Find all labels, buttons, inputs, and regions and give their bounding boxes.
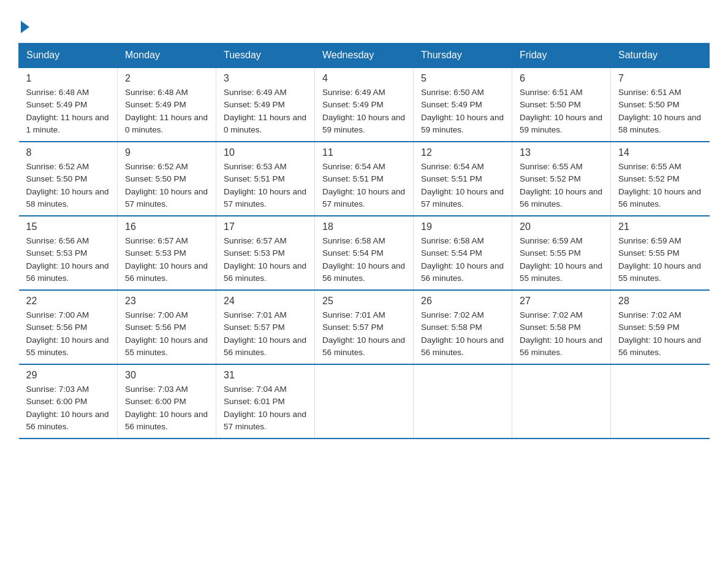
- day-number: 29: [26, 370, 110, 381]
- day-info: Sunrise: 6:51 AMSunset: 5:50 PMDaylight:…: [618, 88, 701, 134]
- header-wednesday: Wednesday: [315, 44, 414, 68]
- calendar-cell: 26Sunrise: 7:02 AMSunset: 5:58 PMDayligh…: [414, 290, 512, 364]
- day-info: Sunrise: 7:02 AMSunset: 5:58 PMDaylight:…: [421, 310, 504, 357]
- day-number: 4: [322, 73, 406, 84]
- day-number: 9: [125, 147, 208, 158]
- day-number: 5: [421, 73, 504, 84]
- day-info: Sunrise: 6:48 AMSunset: 5:49 PMDaylight:…: [125, 88, 208, 134]
- day-number: 22: [26, 296, 110, 307]
- day-number: 21: [618, 221, 702, 232]
- calendar-cell: 11Sunrise: 6:54 AMSunset: 5:51 PMDayligh…: [315, 142, 414, 216]
- calendar-week-3: 15Sunrise: 6:56 AMSunset: 5:53 PMDayligh…: [19, 216, 710, 290]
- calendar-cell: 31Sunrise: 7:04 AMSunset: 6:01 PMDayligh…: [216, 364, 315, 439]
- day-info: Sunrise: 7:00 AMSunset: 5:56 PMDaylight:…: [125, 310, 208, 357]
- header-sunday: Sunday: [19, 44, 118, 68]
- day-number: 28: [618, 296, 702, 307]
- day-number: 30: [125, 370, 208, 381]
- day-number: 13: [520, 147, 603, 158]
- header-friday: Friday: [512, 44, 611, 68]
- calendar-cell: 1Sunrise: 6:48 AMSunset: 5:49 PMDaylight…: [19, 67, 118, 142]
- day-info: Sunrise: 7:00 AMSunset: 5:56 PMDaylight:…: [26, 310, 109, 357]
- day-number: 25: [322, 296, 406, 307]
- calendar-cell: 27Sunrise: 7:02 AMSunset: 5:58 PMDayligh…: [512, 290, 611, 364]
- calendar-week-4: 22Sunrise: 7:00 AMSunset: 5:56 PMDayligh…: [19, 290, 710, 364]
- day-number: 18: [322, 221, 406, 232]
- calendar-cell: 22Sunrise: 7:00 AMSunset: 5:56 PMDayligh…: [19, 290, 118, 364]
- calendar-cell: 19Sunrise: 6:58 AMSunset: 5:54 PMDayligh…: [414, 216, 512, 290]
- day-number: 17: [224, 221, 307, 232]
- day-info: Sunrise: 6:48 AMSunset: 5:49 PMDaylight:…: [26, 88, 109, 134]
- day-number: 6: [520, 73, 603, 84]
- header-thursday: Thursday: [414, 44, 512, 68]
- page-header: [18, 18, 710, 31]
- calendar-header-row: SundayMondayTuesdayWednesdayThursdayFrid…: [19, 44, 710, 68]
- day-info: Sunrise: 7:03 AMSunset: 6:00 PMDaylight:…: [26, 385, 109, 431]
- calendar-cell: 8Sunrise: 6:52 AMSunset: 5:50 PMDaylight…: [19, 142, 118, 216]
- calendar-week-2: 8Sunrise: 6:52 AMSunset: 5:50 PMDaylight…: [19, 142, 710, 216]
- calendar-cell: 13Sunrise: 6:55 AMSunset: 5:52 PMDayligh…: [512, 142, 611, 216]
- calendar-cell: 30Sunrise: 7:03 AMSunset: 6:00 PMDayligh…: [118, 364, 216, 439]
- day-number: 1: [26, 73, 110, 84]
- calendar-cell: 5Sunrise: 6:50 AMSunset: 5:49 PMDaylight…: [414, 67, 512, 142]
- calendar-cell: 6Sunrise: 6:51 AMSunset: 5:50 PMDaylight…: [512, 67, 611, 142]
- day-number: 24: [224, 296, 307, 307]
- day-number: 14: [618, 147, 702, 158]
- day-info: Sunrise: 6:58 AMSunset: 5:54 PMDaylight:…: [322, 236, 405, 283]
- day-number: 15: [26, 221, 110, 232]
- day-number: 10: [224, 147, 307, 158]
- day-info: Sunrise: 7:04 AMSunset: 6:01 PMDaylight:…: [224, 385, 306, 431]
- calendar-cell: 28Sunrise: 7:02 AMSunset: 5:59 PMDayligh…: [611, 290, 710, 364]
- day-number: 20: [520, 221, 603, 232]
- header-tuesday: Tuesday: [216, 44, 315, 68]
- day-number: 7: [618, 73, 702, 84]
- calendar-cell: 16Sunrise: 6:57 AMSunset: 5:53 PMDayligh…: [118, 216, 216, 290]
- calendar-cell: 7Sunrise: 6:51 AMSunset: 5:50 PMDaylight…: [611, 67, 710, 142]
- calendar-cell: 20Sunrise: 6:59 AMSunset: 5:55 PMDayligh…: [512, 216, 611, 290]
- calendar-week-5: 29Sunrise: 7:03 AMSunset: 6:00 PMDayligh…: [19, 364, 710, 439]
- day-info: Sunrise: 6:53 AMSunset: 5:51 PMDaylight:…: [224, 162, 306, 209]
- day-number: 23: [125, 296, 208, 307]
- calendar-cell: 21Sunrise: 6:59 AMSunset: 5:55 PMDayligh…: [611, 216, 710, 290]
- day-number: 19: [421, 221, 504, 232]
- day-info: Sunrise: 6:56 AMSunset: 5:53 PMDaylight:…: [26, 236, 109, 283]
- day-number: 27: [520, 296, 603, 307]
- day-number: 8: [26, 147, 110, 158]
- logo-arrow-icon: [21, 21, 29, 33]
- day-number: 2: [125, 73, 208, 84]
- day-number: 26: [421, 296, 504, 307]
- day-info: Sunrise: 7:02 AMSunset: 5:59 PMDaylight:…: [618, 310, 701, 357]
- day-info: Sunrise: 6:55 AMSunset: 5:52 PMDaylight:…: [520, 162, 602, 209]
- day-info: Sunrise: 6:57 AMSunset: 5:53 PMDaylight:…: [125, 236, 208, 283]
- calendar-cell: [414, 364, 512, 439]
- day-info: Sunrise: 7:01 AMSunset: 5:57 PMDaylight:…: [322, 310, 405, 357]
- calendar-cell: [315, 364, 414, 439]
- day-info: Sunrise: 6:51 AMSunset: 5:50 PMDaylight:…: [520, 88, 602, 134]
- calendar-cell: 2Sunrise: 6:48 AMSunset: 5:49 PMDaylight…: [118, 67, 216, 142]
- day-info: Sunrise: 6:52 AMSunset: 5:50 PMDaylight:…: [125, 162, 208, 209]
- day-info: Sunrise: 6:59 AMSunset: 5:55 PMDaylight:…: [520, 236, 602, 283]
- day-info: Sunrise: 6:57 AMSunset: 5:53 PMDaylight:…: [224, 236, 306, 283]
- calendar-cell: 9Sunrise: 6:52 AMSunset: 5:50 PMDaylight…: [118, 142, 216, 216]
- day-info: Sunrise: 6:49 AMSunset: 5:49 PMDaylight:…: [322, 88, 405, 134]
- calendar-cell: 17Sunrise: 6:57 AMSunset: 5:53 PMDayligh…: [216, 216, 315, 290]
- day-info: Sunrise: 6:52 AMSunset: 5:50 PMDaylight:…: [26, 162, 109, 209]
- day-info: Sunrise: 6:54 AMSunset: 5:51 PMDaylight:…: [421, 162, 504, 209]
- calendar-cell: 29Sunrise: 7:03 AMSunset: 6:00 PMDayligh…: [19, 364, 118, 439]
- calendar-cell: 10Sunrise: 6:53 AMSunset: 5:51 PMDayligh…: [216, 142, 315, 216]
- day-number: 31: [224, 370, 307, 381]
- calendar-cell: [512, 364, 611, 439]
- calendar-cell: 24Sunrise: 7:01 AMSunset: 5:57 PMDayligh…: [216, 290, 315, 364]
- day-info: Sunrise: 6:55 AMSunset: 5:52 PMDaylight:…: [618, 162, 701, 209]
- day-info: Sunrise: 7:03 AMSunset: 6:00 PMDaylight:…: [125, 385, 208, 431]
- calendar-cell: 15Sunrise: 6:56 AMSunset: 5:53 PMDayligh…: [19, 216, 118, 290]
- day-info: Sunrise: 7:02 AMSunset: 5:58 PMDaylight:…: [520, 310, 602, 357]
- day-info: Sunrise: 7:01 AMSunset: 5:57 PMDaylight:…: [224, 310, 306, 357]
- day-info: Sunrise: 6:58 AMSunset: 5:54 PMDaylight:…: [421, 236, 504, 283]
- day-info: Sunrise: 6:59 AMSunset: 5:55 PMDaylight:…: [618, 236, 701, 283]
- calendar-cell: 25Sunrise: 7:01 AMSunset: 5:57 PMDayligh…: [315, 290, 414, 364]
- calendar-cell: 12Sunrise: 6:54 AMSunset: 5:51 PMDayligh…: [414, 142, 512, 216]
- header-monday: Monday: [118, 44, 216, 68]
- calendar-cell: [611, 364, 710, 439]
- calendar-week-1: 1Sunrise: 6:48 AMSunset: 5:49 PMDaylight…: [19, 67, 710, 142]
- calendar-cell: 23Sunrise: 7:00 AMSunset: 5:56 PMDayligh…: [118, 290, 216, 364]
